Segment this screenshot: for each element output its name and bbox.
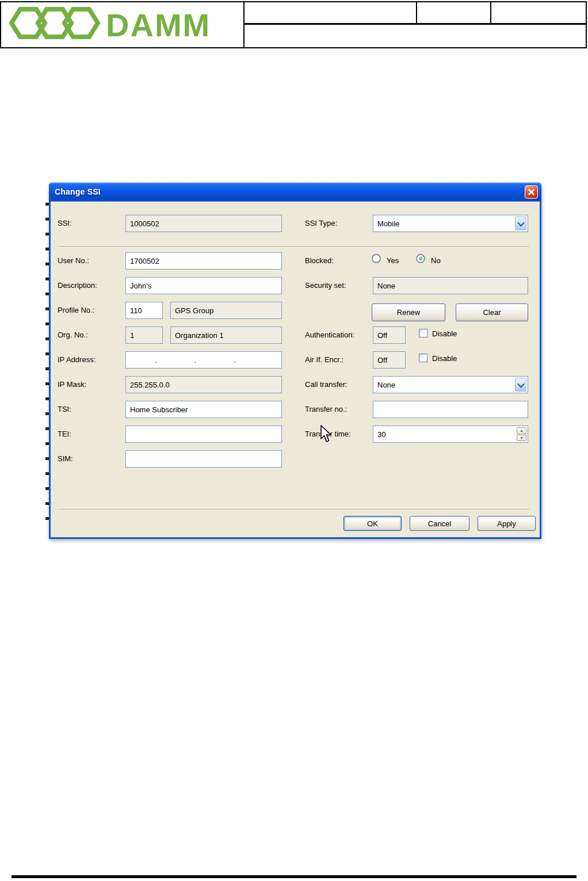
header-cell-1 bbox=[243, 1, 417, 24]
ok-button[interactable]: OK bbox=[343, 516, 402, 531]
ip-mask-label: IP Mask: bbox=[58, 380, 86, 389]
spinner-buttons: ▲ ▼ bbox=[517, 427, 526, 441]
authentication-label: Authentication: bbox=[305, 331, 354, 339]
air-if-encr-label: Air If. Encr.: bbox=[305, 355, 343, 364]
blocked-label: Blocked: bbox=[305, 256, 334, 265]
ip-address-label: IP Address: bbox=[58, 355, 96, 364]
ip-mask-field: 255.255.0.0 bbox=[125, 376, 282, 393]
header-cell-4 bbox=[243, 23, 587, 48]
transfer-no-label: Transfer no.: bbox=[305, 405, 347, 413]
chevron-down-icon[interactable] bbox=[515, 217, 526, 230]
spinner-down-icon[interactable]: ▼ bbox=[517, 435, 526, 442]
air-if-encr-field: Off bbox=[373, 351, 406, 369]
header-cell-3 bbox=[490, 1, 587, 24]
tsi-field[interactable]: Home Subscriber bbox=[125, 401, 282, 418]
org-no-label: Org. No.: bbox=[58, 331, 88, 339]
change-ssi-dialog: Change SSI SSI: 1000502 SSI Type: Mobile… bbox=[49, 183, 541, 539]
blocked-yes-label: Yes bbox=[387, 256, 399, 265]
blocked-no-radio[interactable] bbox=[416, 254, 425, 263]
section-separator-top bbox=[59, 246, 529, 247]
ssi-field: 1000502 bbox=[125, 215, 282, 232]
transfer-no-field[interactable] bbox=[373, 401, 528, 418]
sim-label: SIM: bbox=[58, 454, 73, 463]
call-transfer-label: Call transfer: bbox=[305, 380, 348, 389]
air-if-encr-disable-label: Disable bbox=[432, 354, 457, 363]
user-no-field[interactable]: 1700502 bbox=[125, 252, 282, 269]
sim-field[interactable] bbox=[125, 450, 282, 468]
call-transfer-dropdown[interactable]: None bbox=[373, 376, 528, 393]
header-cell-2 bbox=[416, 1, 491, 24]
tsi-label: TSI: bbox=[58, 405, 71, 413]
authentication-field: Off bbox=[373, 326, 406, 344]
air-if-encr-disable-checkbox[interactable] bbox=[419, 354, 427, 362]
user-no-label: User No.: bbox=[58, 256, 89, 265]
call-transfer-value: None bbox=[377, 381, 395, 389]
security-set-label: Security set: bbox=[305, 281, 346, 290]
dialog-titlebar[interactable]: Change SSI bbox=[49, 183, 541, 202]
section-separator-bottom bbox=[59, 509, 529, 510]
dialog-title: Change SSI bbox=[55, 187, 101, 196]
document-page: DAMM Change SSI SSI: 1000502 SSI Type: M… bbox=[0, 0, 588, 881]
profile-no-field[interactable]: 110 bbox=[125, 302, 163, 319]
description-field[interactable]: John's bbox=[125, 277, 282, 294]
ssi-label: SSI: bbox=[58, 219, 72, 227]
authentication-disable-checkbox[interactable] bbox=[419, 329, 427, 337]
description-label: Description: bbox=[58, 281, 97, 290]
ssi-type-dropdown[interactable]: Mobile bbox=[373, 215, 528, 232]
blocked-no-label: No bbox=[431, 256, 441, 265]
tei-label: TEI: bbox=[58, 430, 71, 438]
close-button[interactable] bbox=[525, 185, 538, 199]
profile-name-field: GPS Group bbox=[170, 302, 282, 319]
chevron-down-icon[interactable] bbox=[515, 378, 526, 392]
authentication-disable-label: Disable bbox=[432, 329, 457, 338]
ssi-type-label: SSI Type: bbox=[305, 219, 337, 227]
apply-button[interactable]: Apply bbox=[478, 516, 536, 531]
damm-logo: DAMM bbox=[0, 1, 245, 48]
tei-field[interactable] bbox=[125, 426, 282, 443]
org-name-field: Organization 1 bbox=[170, 326, 282, 344]
cancel-button[interactable]: Cancel bbox=[410, 516, 469, 531]
renew-button[interactable]: Renew bbox=[372, 303, 445, 321]
transfer-time-value: 30 bbox=[377, 430, 385, 439]
mouse-cursor bbox=[320, 425, 333, 443]
ip-address-field[interactable]: . . . bbox=[125, 351, 282, 369]
damm-logo-text: DAMM bbox=[106, 7, 211, 43]
footer-rule bbox=[12, 875, 576, 878]
blocked-yes-radio[interactable] bbox=[372, 254, 381, 263]
clear-button[interactable]: Clear bbox=[456, 303, 528, 321]
transfer-time-spinner[interactable]: 30 ▲ ▼ bbox=[373, 426, 528, 443]
org-no-field: 1 bbox=[125, 326, 163, 344]
close-icon bbox=[527, 188, 536, 196]
security-set-field: None bbox=[373, 277, 528, 294]
spinner-up-icon[interactable]: ▲ bbox=[517, 427, 526, 434]
ssi-type-value: Mobile bbox=[377, 219, 399, 228]
profile-no-label: Profile No.: bbox=[58, 306, 94, 314]
damm-logo-icon: DAMM bbox=[8, 7, 244, 44]
